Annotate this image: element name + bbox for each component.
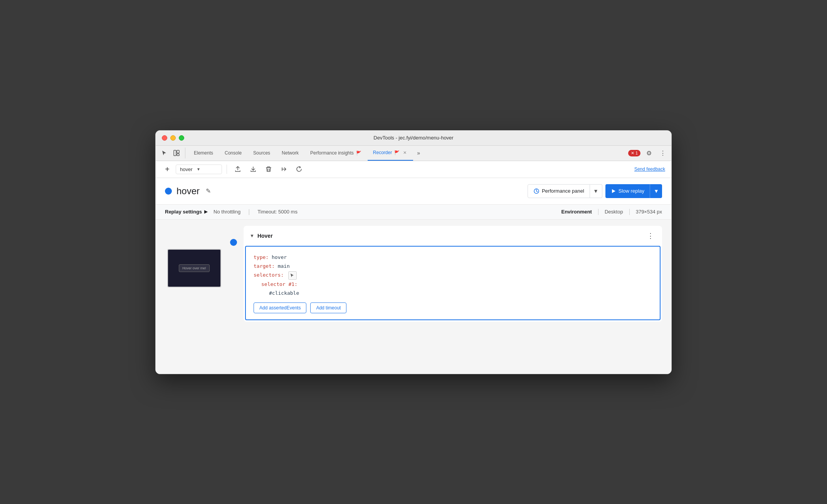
edit-name-icon[interactable]: ✎ xyxy=(204,186,212,196)
maximize-traffic-light[interactable] xyxy=(179,135,184,141)
code-line-selectors: selectors: xyxy=(254,270,652,280)
main-content: hover ✎ Performance panel ▾ xyxy=(156,178,671,374)
tab-performance-insights[interactable]: Performance insights 🚩 xyxy=(305,145,367,161)
tab-elements[interactable]: Elements xyxy=(188,145,219,161)
add-asserted-events-button[interactable]: Add assertedEvents xyxy=(254,302,306,313)
step-more-button[interactable]: ⋮ xyxy=(645,230,656,241)
minimize-traffic-light[interactable] xyxy=(170,135,176,141)
svg-rect-1 xyxy=(177,150,179,153)
steps-preview: Hover over me! xyxy=(156,220,233,374)
title-bar: DevTools - jec.fyi/demo/menu-hover xyxy=(156,131,671,146)
recording-title-area: hover ✎ xyxy=(165,186,212,197)
tabs: Elements Console Sources Network Perform… xyxy=(188,145,628,161)
settings-button[interactable]: ⚙ xyxy=(644,148,654,158)
step-collapse-icon[interactable]: ▼ xyxy=(250,233,254,239)
timeline-dot xyxy=(230,239,237,246)
replay-settings-left: Replay settings ▶ No throttling | Timeou… xyxy=(165,208,298,215)
replay-settings-title[interactable]: Replay settings ▶ xyxy=(165,209,207,215)
timeout-value: Timeout: 5000 ms xyxy=(257,209,298,215)
window-title: DevTools - jec.fyi/demo/menu-hover xyxy=(373,135,453,141)
recording-header: hover ✎ Performance panel ▾ xyxy=(156,178,671,205)
error-badge[interactable]: ✕ 1 xyxy=(628,150,640,156)
code-line-target: target: main xyxy=(254,262,652,270)
timeline xyxy=(233,220,234,374)
step-header: ▼ Hover ⋮ xyxy=(244,226,662,246)
step-over-button[interactable] xyxy=(278,163,290,175)
tab-recorder[interactable]: Recorder 🚩 ✕ xyxy=(368,145,413,161)
tab-sources[interactable]: Sources xyxy=(248,145,276,161)
import-button[interactable] xyxy=(247,163,259,175)
export-button[interactable] xyxy=(232,163,244,175)
settings-separator: | xyxy=(248,208,250,215)
recording-select[interactable]: hover ▾ xyxy=(176,165,222,174)
slow-replay-button[interactable]: Slow replay xyxy=(605,184,650,198)
code-block: type: hover target: main selectors: xyxy=(245,246,661,320)
devtools-window: DevTools - jec.fyi/demo/menu-hover Eleme… xyxy=(155,130,672,374)
hover-step-item: ▼ Hover ⋮ type: hover target: xyxy=(244,226,662,322)
add-recording-button[interactable]: + xyxy=(162,164,173,175)
tab-right-controls: ✕ 1 ⚙ ⋮ xyxy=(628,148,668,158)
code-action-buttons: Add assertedEvents Add timeout xyxy=(254,302,652,313)
inspector-icon[interactable] xyxy=(171,148,182,158)
close-traffic-light[interactable] xyxy=(162,135,167,141)
steps-content: ▼ Hover ⋮ type: hover target: xyxy=(234,220,671,374)
recording-actions: Performance panel ▾ Slow replay ▾ xyxy=(528,184,662,198)
toolbar-divider xyxy=(227,165,227,174)
code-line-selector-num: selector #1: xyxy=(254,280,652,289)
code-line-selector-value: #clickable xyxy=(254,289,652,297)
performance-panel-dropdown-button[interactable]: ▾ xyxy=(590,184,602,198)
traffic-lights xyxy=(162,135,184,141)
svg-rect-2 xyxy=(177,154,179,156)
slow-replay-dropdown-button[interactable]: ▾ xyxy=(650,184,662,198)
code-line-type: type: hover xyxy=(254,253,652,262)
recording-status-dot xyxy=(165,188,172,195)
tab-icons xyxy=(159,148,185,158)
replay-settings-bar: Replay settings ▶ No throttling | Timeou… xyxy=(156,205,671,220)
step-thumbnail-inner: Hover over me! xyxy=(168,250,220,287)
send-feedback-button[interactable]: Send feedback xyxy=(634,166,665,172)
step-thumbnail: Hover over me! xyxy=(167,249,221,287)
replay-settings-right: Environment Desktop 379×534 px xyxy=(561,209,662,215)
add-timeout-button[interactable]: Add timeout xyxy=(310,302,346,313)
cursor-icon[interactable] xyxy=(159,148,170,158)
svg-marker-4 xyxy=(612,189,615,193)
throttling-value: No throttling xyxy=(213,209,240,215)
step-title: ▼ Hover xyxy=(250,233,273,239)
toolbar-left: + hover ▾ xyxy=(162,163,634,175)
steps-area: Hover over me! ▼ Hover ⋮ xyxy=(156,220,671,374)
env-separator xyxy=(598,209,598,215)
performance-panel-group: Performance panel ▾ xyxy=(528,184,602,198)
tab-console[interactable]: Console xyxy=(219,145,247,161)
dropdown-chevron-icon: ▾ xyxy=(197,166,200,172)
slow-replay-group: Slow replay ▾ xyxy=(605,184,662,198)
more-menu-button[interactable]: ⋮ xyxy=(657,148,668,158)
desktop-label: Desktop xyxy=(605,209,623,215)
toolbar: + hover ▾ xyxy=(156,161,671,178)
dimensions-label: 379×534 px xyxy=(636,209,662,215)
delete-button[interactable] xyxy=(262,163,275,175)
tab-close-recorder[interactable]: ✕ xyxy=(402,150,408,156)
tab-bar: Elements Console Sources Network Perform… xyxy=(156,146,671,161)
env-separator-2 xyxy=(629,209,630,215)
svg-rect-0 xyxy=(174,150,176,156)
selector-picker-icon[interactable] xyxy=(288,271,297,280)
tab-network[interactable]: Network xyxy=(276,145,304,161)
recording-name-label: hover xyxy=(176,186,200,197)
replay-button[interactable] xyxy=(293,163,306,175)
hover-label: Hover over me! xyxy=(179,264,210,272)
environment-label: Environment xyxy=(561,209,592,215)
performance-panel-button[interactable]: Performance panel xyxy=(528,184,590,198)
tab-more-button[interactable]: » xyxy=(414,148,423,158)
